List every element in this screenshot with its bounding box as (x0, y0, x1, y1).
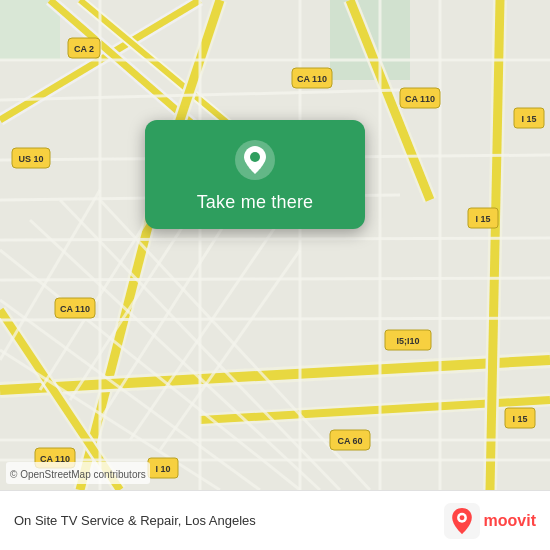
moovit-text: moovit (484, 512, 536, 530)
location-pin-icon (233, 138, 277, 182)
svg-text:CA 60: CA 60 (337, 436, 362, 446)
moovit-icon (444, 503, 480, 539)
location-card: Take me there (145, 120, 365, 229)
svg-text:CA 110: CA 110 (405, 94, 435, 104)
map-svg: CA 2 US 10 CA 110 CA 110 CA 110 I 10 CA … (0, 0, 550, 490)
svg-text:I 15: I 15 (512, 414, 527, 424)
svg-rect-2 (0, 0, 60, 60)
svg-text:CA 110: CA 110 (297, 74, 327, 84)
business-name-label: On Site TV Service & Repair, Los Angeles (14, 513, 256, 528)
map-attribution: © OpenStreetMap contributors (6, 462, 150, 484)
svg-line-28 (0, 278, 550, 280)
svg-text:CA 2: CA 2 (74, 44, 94, 54)
svg-line-27 (0, 238, 550, 240)
svg-text:I5;I10: I5;I10 (396, 336, 419, 346)
bottom-bar: On Site TV Service & Repair, Los Angeles… (0, 490, 550, 550)
svg-point-77 (459, 515, 464, 520)
svg-text:I 10: I 10 (155, 464, 170, 474)
map-container: CA 2 US 10 CA 110 CA 110 CA 110 I 10 CA … (0, 0, 550, 490)
svg-text:I 15: I 15 (521, 114, 536, 124)
moovit-logo: moovit (444, 503, 536, 539)
svg-text:CA 110: CA 110 (60, 304, 90, 314)
svg-text:I 15: I 15 (475, 214, 490, 224)
svg-text:US 10: US 10 (18, 154, 43, 164)
svg-point-74 (250, 152, 260, 162)
take-me-there-button[interactable]: Take me there (197, 192, 314, 213)
